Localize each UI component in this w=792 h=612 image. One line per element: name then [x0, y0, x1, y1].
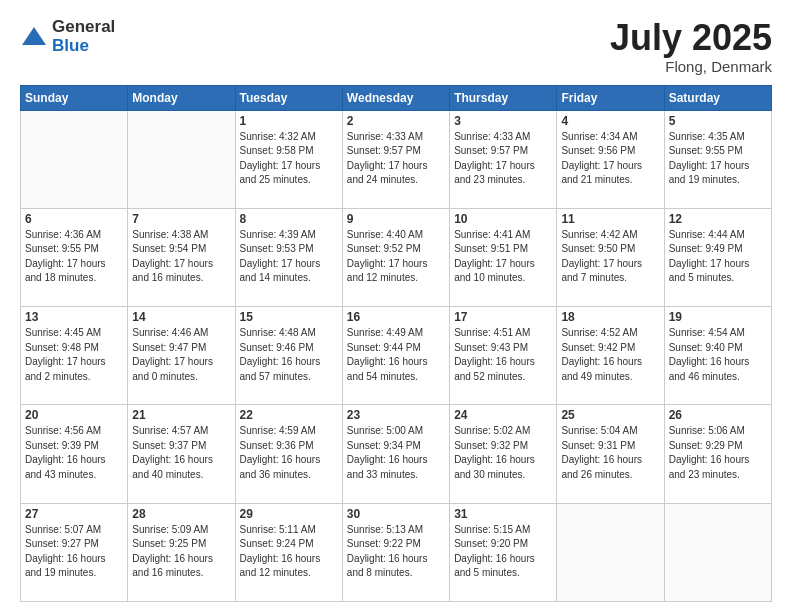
- day-detail: Sunrise: 4:42 AMSunset: 9:50 PMDaylight:…: [561, 228, 659, 286]
- day-detail: Sunrise: 4:33 AMSunset: 9:57 PMDaylight:…: [454, 130, 552, 188]
- day-detail: Sunrise: 4:45 AMSunset: 9:48 PMDaylight:…: [25, 326, 123, 384]
- day-number: 23: [347, 408, 445, 422]
- day-number: 11: [561, 212, 659, 226]
- calendar-cell: 27Sunrise: 5:07 AMSunset: 9:27 PMDayligh…: [21, 503, 128, 601]
- day-number: 6: [25, 212, 123, 226]
- day-number: 22: [240, 408, 338, 422]
- day-number: 15: [240, 310, 338, 324]
- logo-icon: [20, 23, 48, 51]
- day-number: 1: [240, 114, 338, 128]
- day-detail: Sunrise: 5:07 AMSunset: 9:27 PMDaylight:…: [25, 523, 123, 581]
- day-detail: Sunrise: 4:33 AMSunset: 9:57 PMDaylight:…: [347, 130, 445, 188]
- week-row-4: 27Sunrise: 5:07 AMSunset: 9:27 PMDayligh…: [21, 503, 772, 601]
- calendar-cell: 22Sunrise: 4:59 AMSunset: 9:36 PMDayligh…: [235, 405, 342, 503]
- day-number: 8: [240, 212, 338, 226]
- calendar-cell: 31Sunrise: 5:15 AMSunset: 9:20 PMDayligh…: [450, 503, 557, 601]
- calendar-cell: 17Sunrise: 4:51 AMSunset: 9:43 PMDayligh…: [450, 307, 557, 405]
- day-number: 31: [454, 507, 552, 521]
- calendar-cell: 20Sunrise: 4:56 AMSunset: 9:39 PMDayligh…: [21, 405, 128, 503]
- day-detail: Sunrise: 5:09 AMSunset: 9:25 PMDaylight:…: [132, 523, 230, 581]
- calendar-cell: 30Sunrise: 5:13 AMSunset: 9:22 PMDayligh…: [342, 503, 449, 601]
- weekday-header-tuesday: Tuesday: [235, 85, 342, 110]
- day-number: 20: [25, 408, 123, 422]
- day-number: 14: [132, 310, 230, 324]
- day-detail: Sunrise: 4:40 AMSunset: 9:52 PMDaylight:…: [347, 228, 445, 286]
- day-number: 27: [25, 507, 123, 521]
- day-detail: Sunrise: 5:00 AMSunset: 9:34 PMDaylight:…: [347, 424, 445, 482]
- calendar-cell: [21, 110, 128, 208]
- calendar-cell: 23Sunrise: 5:00 AMSunset: 9:34 PMDayligh…: [342, 405, 449, 503]
- day-number: 24: [454, 408, 552, 422]
- calendar-cell: 12Sunrise: 4:44 AMSunset: 9:49 PMDayligh…: [664, 208, 771, 306]
- weekday-header-friday: Friday: [557, 85, 664, 110]
- day-number: 10: [454, 212, 552, 226]
- day-detail: Sunrise: 5:13 AMSunset: 9:22 PMDaylight:…: [347, 523, 445, 581]
- calendar-cell: 2Sunrise: 4:33 AMSunset: 9:57 PMDaylight…: [342, 110, 449, 208]
- calendar-cell: [557, 503, 664, 601]
- day-detail: Sunrise: 4:49 AMSunset: 9:44 PMDaylight:…: [347, 326, 445, 384]
- day-number: 4: [561, 114, 659, 128]
- day-number: 2: [347, 114, 445, 128]
- logo-text: General Blue: [52, 18, 115, 55]
- weekday-header-sunday: Sunday: [21, 85, 128, 110]
- calendar-cell: 13Sunrise: 4:45 AMSunset: 9:48 PMDayligh…: [21, 307, 128, 405]
- week-row-0: 1Sunrise: 4:32 AMSunset: 9:58 PMDaylight…: [21, 110, 772, 208]
- day-number: 7: [132, 212, 230, 226]
- calendar-cell: 21Sunrise: 4:57 AMSunset: 9:37 PMDayligh…: [128, 405, 235, 503]
- calendar-table: SundayMondayTuesdayWednesdayThursdayFrid…: [20, 85, 772, 602]
- calendar-cell: 19Sunrise: 4:54 AMSunset: 9:40 PMDayligh…: [664, 307, 771, 405]
- calendar-cell: 8Sunrise: 4:39 AMSunset: 9:53 PMDaylight…: [235, 208, 342, 306]
- day-number: 13: [25, 310, 123, 324]
- day-detail: Sunrise: 4:46 AMSunset: 9:47 PMDaylight:…: [132, 326, 230, 384]
- day-detail: Sunrise: 5:04 AMSunset: 9:31 PMDaylight:…: [561, 424, 659, 482]
- title-block: July 2025 Flong, Denmark: [610, 18, 772, 75]
- month-title: July 2025: [610, 18, 772, 58]
- day-detail: Sunrise: 4:57 AMSunset: 9:37 PMDaylight:…: [132, 424, 230, 482]
- calendar-cell: 11Sunrise: 4:42 AMSunset: 9:50 PMDayligh…: [557, 208, 664, 306]
- day-number: 25: [561, 408, 659, 422]
- calendar-cell: 1Sunrise: 4:32 AMSunset: 9:58 PMDaylight…: [235, 110, 342, 208]
- location: Flong, Denmark: [610, 58, 772, 75]
- day-detail: Sunrise: 4:32 AMSunset: 9:58 PMDaylight:…: [240, 130, 338, 188]
- calendar-cell: 14Sunrise: 4:46 AMSunset: 9:47 PMDayligh…: [128, 307, 235, 405]
- day-detail: Sunrise: 5:11 AMSunset: 9:24 PMDaylight:…: [240, 523, 338, 581]
- day-number: 30: [347, 507, 445, 521]
- calendar-cell: 16Sunrise: 4:49 AMSunset: 9:44 PMDayligh…: [342, 307, 449, 405]
- calendar-cell: 4Sunrise: 4:34 AMSunset: 9:56 PMDaylight…: [557, 110, 664, 208]
- day-detail: Sunrise: 4:34 AMSunset: 9:56 PMDaylight:…: [561, 130, 659, 188]
- day-detail: Sunrise: 4:56 AMSunset: 9:39 PMDaylight:…: [25, 424, 123, 482]
- weekday-header-row: SundayMondayTuesdayWednesdayThursdayFrid…: [21, 85, 772, 110]
- calendar-cell: [128, 110, 235, 208]
- day-number: 5: [669, 114, 767, 128]
- logo-general: General: [52, 18, 115, 37]
- day-detail: Sunrise: 4:54 AMSunset: 9:40 PMDaylight:…: [669, 326, 767, 384]
- calendar-cell: 3Sunrise: 4:33 AMSunset: 9:57 PMDaylight…: [450, 110, 557, 208]
- day-detail: Sunrise: 4:51 AMSunset: 9:43 PMDaylight:…: [454, 326, 552, 384]
- calendar-cell: 24Sunrise: 5:02 AMSunset: 9:32 PMDayligh…: [450, 405, 557, 503]
- calendar-cell: 7Sunrise: 4:38 AMSunset: 9:54 PMDaylight…: [128, 208, 235, 306]
- day-detail: Sunrise: 5:15 AMSunset: 9:20 PMDaylight:…: [454, 523, 552, 581]
- calendar-cell: 6Sunrise: 4:36 AMSunset: 9:55 PMDaylight…: [21, 208, 128, 306]
- day-number: 21: [132, 408, 230, 422]
- weekday-header-saturday: Saturday: [664, 85, 771, 110]
- calendar-cell: 9Sunrise: 4:40 AMSunset: 9:52 PMDaylight…: [342, 208, 449, 306]
- day-number: 16: [347, 310, 445, 324]
- calendar-cell: 28Sunrise: 5:09 AMSunset: 9:25 PMDayligh…: [128, 503, 235, 601]
- day-number: 29: [240, 507, 338, 521]
- week-row-1: 6Sunrise: 4:36 AMSunset: 9:55 PMDaylight…: [21, 208, 772, 306]
- day-number: 18: [561, 310, 659, 324]
- day-detail: Sunrise: 5:06 AMSunset: 9:29 PMDaylight:…: [669, 424, 767, 482]
- logo: General Blue: [20, 18, 115, 55]
- day-number: 28: [132, 507, 230, 521]
- weekday-header-thursday: Thursday: [450, 85, 557, 110]
- calendar-cell: 5Sunrise: 4:35 AMSunset: 9:55 PMDaylight…: [664, 110, 771, 208]
- day-number: 19: [669, 310, 767, 324]
- day-number: 17: [454, 310, 552, 324]
- day-number: 26: [669, 408, 767, 422]
- day-number: 9: [347, 212, 445, 226]
- calendar-cell: 25Sunrise: 5:04 AMSunset: 9:31 PMDayligh…: [557, 405, 664, 503]
- week-row-2: 13Sunrise: 4:45 AMSunset: 9:48 PMDayligh…: [21, 307, 772, 405]
- day-detail: Sunrise: 4:39 AMSunset: 9:53 PMDaylight:…: [240, 228, 338, 286]
- page: General Blue July 2025 Flong, Denmark Su…: [0, 0, 792, 612]
- day-number: 12: [669, 212, 767, 226]
